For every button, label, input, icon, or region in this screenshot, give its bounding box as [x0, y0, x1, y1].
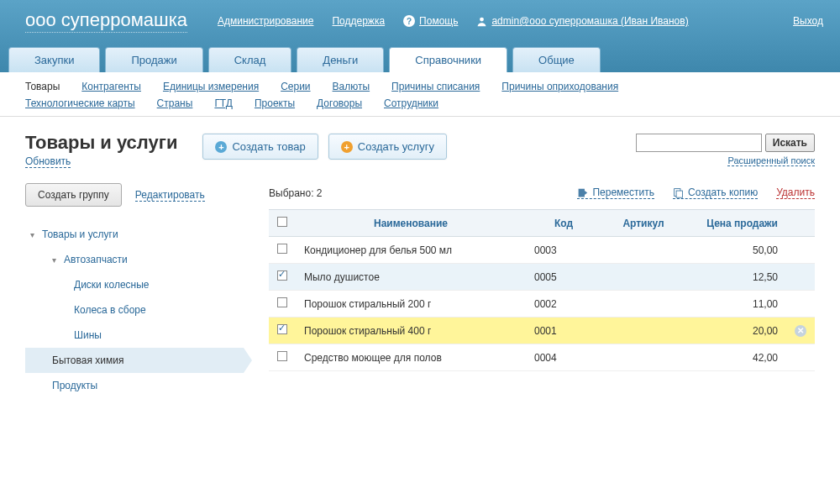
subnav-Проекты[interactable]: Проекты	[255, 97, 295, 109]
page-title-wrap: Товары и услуги Обновить	[25, 132, 177, 168]
cell-sku	[601, 318, 685, 344]
subnav-Причины списания[interactable]: Причины списания	[391, 81, 480, 92]
create-group-button[interactable]: Создать группу	[25, 183, 122, 207]
subnav-Технологические карты[interactable]: Технологические карты	[25, 97, 135, 109]
main-content: Выбрано: 2 Переместить Создать копию Уда…	[269, 183, 815, 371]
tree-item-label: Бытовая химия	[52, 354, 123, 366]
tree-item-label: Диски колесные	[74, 279, 150, 291]
move-action[interactable]: Переместить	[577, 186, 654, 199]
cell-code: 0001	[526, 318, 601, 344]
subnav-Страны[interactable]: Страны	[157, 97, 193, 109]
subnav-row-1: ТоварыКонтрагентыЕдиницы измеренияСерииВ…	[25, 81, 815, 92]
search-button[interactable]: Искать	[765, 134, 815, 152]
cell-name: Порошок стиральный 200 г	[296, 291, 526, 318]
tab-Склад[interactable]: Склад	[208, 47, 292, 72]
tree-item[interactable]: Шины	[25, 323, 244, 348]
subnav-Единицы измерения[interactable]: Единицы измерения	[163, 81, 259, 92]
create-service-label: Создать услугу	[358, 140, 434, 153]
row-checkbox[interactable]	[277, 297, 287, 307]
table-row[interactable]: Кондиционер для белья 500 мл000350,00	[269, 237, 815, 264]
tab-Деньги[interactable]: Деньги	[297, 47, 384, 72]
tree-item[interactable]: Диски колесные	[25, 272, 244, 297]
subnav-row-2: Технологические картыСтраныГТДПроектыДог…	[25, 97, 815, 109]
subnav-Договоры[interactable]: Договоры	[317, 97, 362, 109]
checkbox-icon[interactable]	[277, 217, 287, 227]
copy-action[interactable]: Создать копию	[673, 186, 758, 199]
copy-label: Создать копию	[688, 186, 758, 198]
cell-name: Средство моющее для полов	[296, 344, 526, 371]
row-checkbox[interactable]	[277, 324, 287, 334]
col-name[interactable]: Наименование	[296, 210, 526, 237]
delete-action[interactable]: Удалить	[776, 186, 815, 199]
cell-code: 0004	[526, 344, 601, 371]
chevron-down-icon[interactable]: ▾	[30, 230, 37, 239]
help-link[interactable]: ? Помощь	[403, 15, 458, 27]
plus-icon: +	[215, 141, 227, 153]
table-row[interactable]: Порошок стиральный 200 г000211,00	[269, 291, 815, 318]
support-link[interactable]: Поддержка	[332, 15, 385, 27]
subnav-Валюты[interactable]: Валюты	[333, 81, 370, 92]
top-bar: ооо суперромашка Администрирование Подде…	[0, 0, 840, 42]
page-header: Товары и услуги Обновить + Создать товар…	[0, 117, 840, 168]
tree-item[interactable]: Колеса в сборе	[25, 297, 244, 323]
subnav-Контрагенты[interactable]: Контрагенты	[81, 81, 141, 92]
page-title: Товары и услуги	[25, 132, 177, 154]
create-good-label: Создать товар	[232, 140, 305, 153]
cell-sku	[601, 264, 685, 291]
advanced-search-link[interactable]: Расширенный поиск	[727, 155, 815, 166]
cell-code: 0005	[526, 264, 601, 291]
tab-Справочники[interactable]: Справочники	[389, 47, 507, 72]
subnav-Товары[interactable]: Товары	[25, 81, 60, 92]
subnav-Серии[interactable]: Серии	[281, 81, 310, 92]
col-code[interactable]: Код	[526, 210, 601, 237]
tree-item[interactable]: ▾Товары и услуги	[25, 222, 244, 247]
copy-icon	[673, 187, 684, 198]
col-check[interactable]	[269, 210, 296, 237]
create-good-button[interactable]: + Создать товар	[202, 134, 318, 160]
row-checkbox[interactable]	[277, 351, 287, 361]
tree-item-label: Товары и услуги	[42, 228, 118, 240]
cell-sku	[601, 344, 685, 371]
move-icon	[577, 187, 588, 198]
tree-item[interactable]: Бытовая химия	[25, 348, 244, 373]
col-price[interactable]: Цена продажи	[685, 210, 786, 237]
sidebar: Создать группу Редактировать ▾Товары и у…	[25, 183, 244, 398]
body: Создать группу Редактировать ▾Товары и у…	[0, 168, 840, 423]
table-toolbar: Выбрано: 2 Переместить Создать копию Уда…	[269, 183, 815, 209]
row-checkbox[interactable]	[277, 270, 287, 281]
goods-table: Наименование Код Артикул Цена продажи Ко…	[269, 209, 815, 371]
col-sku[interactable]: Артикул	[601, 210, 685, 237]
admin-link[interactable]: Администрирование	[218, 15, 313, 27]
tree-item[interactable]: Продукты	[25, 373, 244, 398]
subnav-ГТД[interactable]: ГТД	[214, 97, 233, 109]
brand[interactable]: ооо суперромашка	[25, 9, 187, 33]
tree-item-label: Колеса в сборе	[74, 304, 146, 316]
cell-price: 12,50	[685, 264, 786, 291]
row-checkbox[interactable]	[277, 244, 287, 254]
refresh-link[interactable]: Обновить	[25, 155, 71, 168]
chevron-down-icon[interactable]: ▾	[52, 255, 59, 265]
create-service-button[interactable]: + Создать услугу	[328, 134, 447, 160]
user-link[interactable]: admin@ооо суперромашка (Иван Иванов)	[476, 15, 688, 27]
sidebar-actions: Создать группу Редактировать	[25, 183, 244, 207]
logout-link[interactable]: Выход	[793, 15, 823, 27]
subnav-Сотрудники[interactable]: Сотрудники	[384, 97, 438, 109]
search-input[interactable]	[636, 134, 762, 152]
delete-label: Удалить	[776, 186, 815, 198]
table-row[interactable]: Средство моющее для полов000442,00	[269, 344, 815, 371]
tab-Продажи[interactable]: Продажи	[105, 47, 202, 72]
edit-link[interactable]: Редактировать	[135, 189, 205, 202]
col-actions	[786, 210, 815, 237]
tree-item-label: Шины	[74, 329, 102, 341]
cell-code: 0003	[526, 237, 601, 264]
tab-Общие[interactable]: Общие	[512, 47, 601, 72]
table-row[interactable]: Мыло душистое000512,50	[269, 264, 815, 291]
delete-row-icon[interactable]: ✕	[795, 325, 806, 337]
tree-item-label: Продукты	[52, 380, 97, 391]
tree-item[interactable]: ▾Автозапчасти	[25, 247, 244, 272]
subnav-Причины оприходования[interactable]: Причины оприходования	[501, 81, 618, 92]
table-row[interactable]: Порошок стиральный 400 г000120,00✕	[269, 318, 815, 344]
tab-Закупки[interactable]: Закупки	[8, 47, 100, 72]
cell-sku	[601, 237, 685, 264]
cell-sku	[601, 291, 685, 318]
